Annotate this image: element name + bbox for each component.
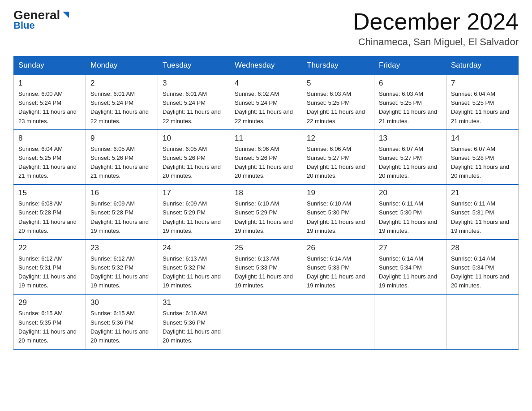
sunrise-label: Sunrise: 6:05 AM bbox=[90, 146, 135, 152]
daylight-label: Daylight: 11 hours and 19 minutes. bbox=[379, 218, 437, 234]
sunrise-label: Sunrise: 6:13 AM bbox=[163, 255, 207, 262]
calendar-cell: 29 Sunrise: 6:15 AM Sunset: 5:35 PM Dayl… bbox=[14, 294, 86, 349]
day-number: 2 bbox=[90, 79, 153, 88]
day-of-week-header: Thursday bbox=[302, 56, 374, 75]
sunset-label: Sunset: 5:36 PM bbox=[163, 319, 206, 326]
day-info: Sunrise: 6:14 AM Sunset: 5:33 PM Dayligh… bbox=[307, 254, 369, 291]
days-of-week-row: SundayMondayTuesdayWednesdayThursdayFrid… bbox=[14, 56, 519, 75]
day-info: Sunrise: 6:11 AM Sunset: 5:30 PM Dayligh… bbox=[379, 199, 442, 235]
calendar-cell: 14 Sunrise: 6:07 AM Sunset: 5:28 PM Dayl… bbox=[446, 130, 519, 185]
day-info: Sunrise: 6:04 AM Sunset: 5:25 PM Dayligh… bbox=[451, 90, 514, 126]
daylight-label: Daylight: 11 hours and 20 minutes. bbox=[90, 328, 149, 344]
day-number: 30 bbox=[90, 298, 153, 307]
calendar-cell: 16 Sunrise: 6:09 AM Sunset: 5:28 PM Dayl… bbox=[86, 184, 158, 240]
day-info: Sunrise: 6:05 AM Sunset: 5:26 PM Dayligh… bbox=[90, 145, 153, 181]
calendar-cell: 21 Sunrise: 6:11 AM Sunset: 5:31 PM Dayl… bbox=[446, 184, 519, 240]
day-number: 24 bbox=[163, 244, 225, 253]
daylight-label: Daylight: 11 hours and 19 minutes. bbox=[163, 218, 221, 234]
sunset-label: Sunset: 5:31 PM bbox=[18, 264, 61, 271]
sunset-label: Sunset: 5:24 PM bbox=[235, 99, 278, 106]
day-info: Sunrise: 6:04 AM Sunset: 5:25 PM Dayligh… bbox=[18, 145, 81, 181]
daylight-label: Daylight: 11 hours and 19 minutes. bbox=[451, 218, 509, 234]
sunset-label: Sunset: 5:26 PM bbox=[235, 154, 278, 161]
sunset-label: Sunset: 5:31 PM bbox=[451, 209, 494, 216]
calendar-week-row: 1 Sunrise: 6:00 AM Sunset: 5:24 PM Dayli… bbox=[14, 75, 519, 130]
sunrise-label: Sunrise: 6:07 AM bbox=[379, 146, 423, 152]
day-number: 27 bbox=[379, 244, 442, 253]
sunrise-label: Sunrise: 6:14 AM bbox=[307, 255, 351, 262]
calendar-cell: 5 Sunrise: 6:03 AM Sunset: 5:25 PM Dayli… bbox=[302, 75, 374, 130]
sunrise-label: Sunrise: 6:03 AM bbox=[307, 90, 351, 97]
location-text: Chinameca, San Miguel, El Salvador bbox=[353, 36, 519, 48]
sunset-label: Sunset: 5:27 PM bbox=[307, 154, 350, 161]
calendar-cell: 15 Sunrise: 6:08 AM Sunset: 5:28 PM Dayl… bbox=[14, 184, 86, 240]
daylight-label: Daylight: 11 hours and 19 minutes. bbox=[18, 273, 77, 289]
sunrise-label: Sunrise: 6:15 AM bbox=[90, 310, 135, 317]
daylight-label: Daylight: 11 hours and 20 minutes. bbox=[451, 273, 509, 289]
calendar-cell: 2 Sunrise: 6:01 AM Sunset: 5:24 PM Dayli… bbox=[86, 75, 158, 130]
sunrise-label: Sunrise: 6:04 AM bbox=[451, 90, 495, 97]
calendar-cell bbox=[374, 294, 446, 349]
sunset-label: Sunset: 5:29 PM bbox=[163, 209, 206, 216]
calendar-cell: 19 Sunrise: 6:10 AM Sunset: 5:30 PM Dayl… bbox=[302, 184, 374, 240]
daylight-label: Daylight: 11 hours and 22 minutes. bbox=[163, 108, 221, 124]
calendar-cell: 30 Sunrise: 6:15 AM Sunset: 5:36 PM Dayl… bbox=[86, 294, 158, 349]
calendar-cell: 28 Sunrise: 6:14 AM Sunset: 5:34 PM Dayl… bbox=[446, 240, 519, 295]
day-info: Sunrise: 6:00 AM Sunset: 5:24 PM Dayligh… bbox=[18, 90, 81, 126]
calendar-cell bbox=[302, 294, 374, 349]
sunrise-label: Sunrise: 6:16 AM bbox=[163, 310, 207, 317]
day-number: 11 bbox=[235, 134, 297, 143]
daylight-label: Daylight: 11 hours and 23 minutes. bbox=[18, 108, 77, 124]
sunset-label: Sunset: 5:25 PM bbox=[379, 99, 422, 106]
day-info: Sunrise: 6:15 AM Sunset: 5:36 PM Dayligh… bbox=[90, 309, 153, 345]
daylight-label: Daylight: 11 hours and 19 minutes. bbox=[307, 273, 365, 289]
sunrise-label: Sunrise: 6:02 AM bbox=[235, 90, 279, 97]
calendar-cell: 23 Sunrise: 6:12 AM Sunset: 5:32 PM Dayl… bbox=[86, 240, 158, 295]
sunset-label: Sunset: 5:25 PM bbox=[451, 99, 494, 106]
day-info: Sunrise: 6:12 AM Sunset: 5:32 PM Dayligh… bbox=[90, 254, 153, 291]
day-number: 19 bbox=[307, 188, 369, 197]
sunset-label: Sunset: 5:25 PM bbox=[18, 154, 61, 161]
day-info: Sunrise: 6:01 AM Sunset: 5:24 PM Dayligh… bbox=[163, 90, 225, 126]
daylight-label: Daylight: 11 hours and 21 minutes. bbox=[451, 108, 509, 124]
daylight-label: Daylight: 11 hours and 22 minutes. bbox=[235, 108, 293, 124]
sunrise-label: Sunrise: 6:14 AM bbox=[451, 255, 495, 262]
daylight-label: Daylight: 11 hours and 19 minutes. bbox=[235, 218, 293, 234]
calendar-cell: 4 Sunrise: 6:02 AM Sunset: 5:24 PM Dayli… bbox=[230, 75, 302, 130]
sunrise-label: Sunrise: 6:06 AM bbox=[307, 146, 351, 152]
day-number: 21 bbox=[451, 188, 514, 197]
sunrise-label: Sunrise: 6:14 AM bbox=[379, 255, 423, 262]
day-info: Sunrise: 6:02 AM Sunset: 5:24 PM Dayligh… bbox=[235, 90, 297, 126]
day-number: 5 bbox=[307, 79, 369, 88]
day-number: 23 bbox=[90, 244, 153, 253]
calendar-cell: 3 Sunrise: 6:01 AM Sunset: 5:24 PM Dayli… bbox=[158, 75, 230, 130]
sunset-label: Sunset: 5:24 PM bbox=[18, 99, 61, 106]
day-info: Sunrise: 6:05 AM Sunset: 5:26 PM Dayligh… bbox=[163, 145, 225, 181]
sunset-label: Sunset: 5:28 PM bbox=[18, 209, 61, 216]
daylight-label: Daylight: 11 hours and 20 minutes. bbox=[307, 163, 365, 179]
daylight-label: Daylight: 11 hours and 20 minutes. bbox=[163, 163, 221, 179]
daylight-label: Daylight: 11 hours and 22 minutes. bbox=[307, 108, 365, 124]
day-info: Sunrise: 6:07 AM Sunset: 5:28 PM Dayligh… bbox=[451, 145, 514, 181]
daylight-label: Daylight: 11 hours and 19 minutes. bbox=[90, 218, 149, 234]
daylight-label: Daylight: 11 hours and 21 minutes. bbox=[18, 163, 77, 179]
day-number: 28 bbox=[451, 244, 514, 253]
sunset-label: Sunset: 5:24 PM bbox=[163, 99, 206, 106]
calendar-cell: 24 Sunrise: 6:13 AM Sunset: 5:32 PM Dayl… bbox=[158, 240, 230, 295]
day-number: 22 bbox=[18, 244, 81, 253]
sunrise-label: Sunrise: 6:11 AM bbox=[379, 200, 423, 207]
day-number: 4 bbox=[235, 79, 297, 88]
day-info: Sunrise: 6:13 AM Sunset: 5:33 PM Dayligh… bbox=[235, 254, 297, 291]
daylight-label: Daylight: 11 hours and 20 minutes. bbox=[235, 163, 293, 179]
day-info: Sunrise: 6:03 AM Sunset: 5:25 PM Dayligh… bbox=[379, 90, 442, 126]
day-info: Sunrise: 6:16 AM Sunset: 5:36 PM Dayligh… bbox=[163, 309, 225, 345]
sunset-label: Sunset: 5:24 PM bbox=[90, 99, 133, 106]
day-number: 29 bbox=[18, 298, 81, 307]
sunrise-label: Sunrise: 6:12 AM bbox=[18, 255, 63, 262]
day-of-week-header: Saturday bbox=[446, 56, 519, 75]
daylight-label: Daylight: 11 hours and 22 minutes. bbox=[90, 108, 149, 124]
calendar-cell: 20 Sunrise: 6:11 AM Sunset: 5:30 PM Dayl… bbox=[374, 184, 446, 240]
sunset-label: Sunset: 5:26 PM bbox=[90, 154, 133, 161]
calendar-cell bbox=[446, 294, 519, 349]
day-number: 15 bbox=[18, 188, 81, 197]
